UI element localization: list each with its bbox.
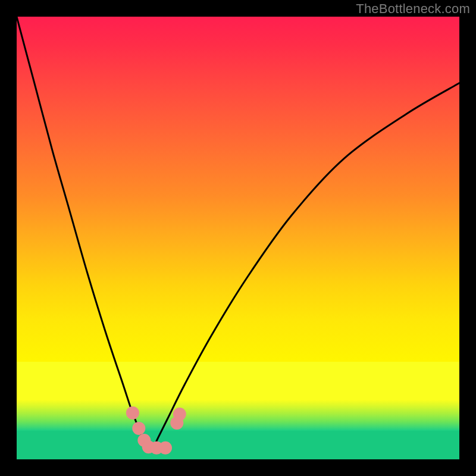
watermark-text: TheBottleneck.com (356, 1, 470, 17)
curve-layer (17, 17, 459, 459)
dot-right-2 (173, 408, 186, 421)
chart-frame: TheBottleneck.com (0, 0, 476, 476)
plot-area (17, 17, 459, 459)
marker-group (126, 406, 186, 455)
dot-bottom-3 (159, 441, 172, 455)
bottleneck-curve (17, 17, 459, 449)
dot-left-2 (132, 422, 145, 435)
dot-left-1 (126, 406, 139, 419)
